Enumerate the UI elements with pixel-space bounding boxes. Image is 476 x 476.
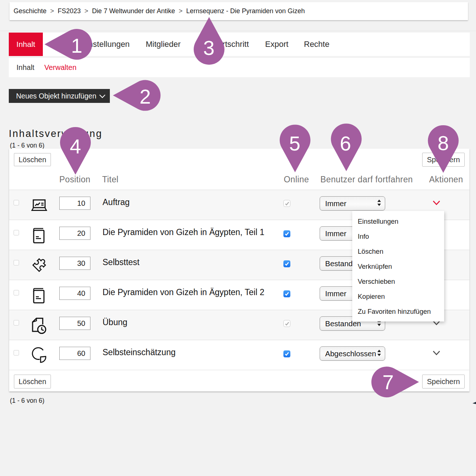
- svg-text:2: 2: [140, 85, 151, 108]
